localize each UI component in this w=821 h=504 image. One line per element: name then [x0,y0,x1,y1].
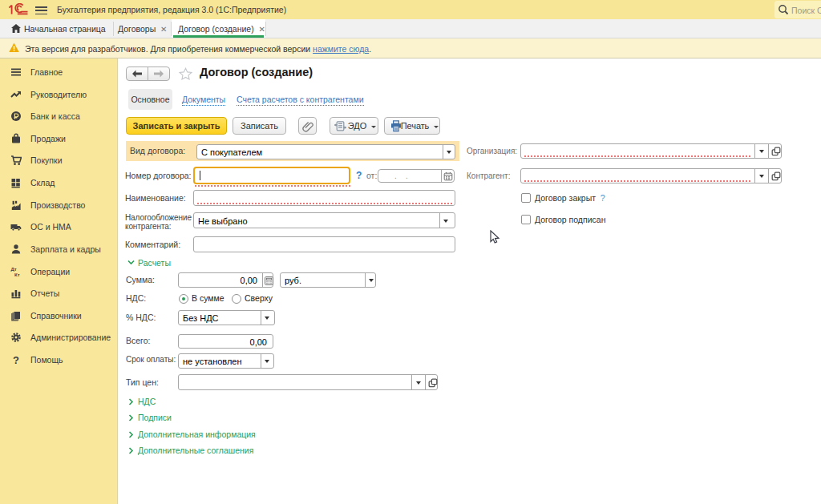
svg-text:Кт: Кт [14,272,20,277]
svg-text:Дт: Дт [11,267,17,272]
svg-text:?: ? [13,354,19,365]
